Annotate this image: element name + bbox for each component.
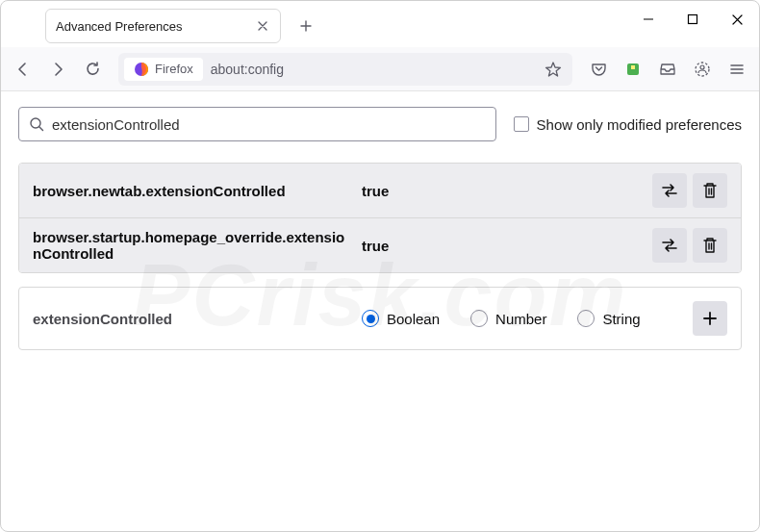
svg-rect-0 [689,15,697,24]
search-input[interactable] [52,116,486,133]
minimize-button[interactable] [626,1,671,38]
forward-button[interactable] [41,53,74,86]
pref-row: browser.newtab.extensionControlled true [19,164,741,217]
add-pref-row: extensionControlled Boolean Number Strin… [19,288,741,349]
search-row: Show only modified preferences [18,107,742,141]
pref-value: true [362,238,641,254]
content-area: Show only modified preferences browser.n… [1,91,759,366]
add-pref-container: extensionControlled Boolean Number Strin… [18,287,742,350]
radio-boolean[interactable]: Boolean [362,310,440,327]
inbox-icon[interactable] [651,53,684,86]
pref-actions [652,228,727,263]
url-text: about:config [211,62,532,77]
toggle-button[interactable] [652,173,687,208]
show-modified-checkbox[interactable]: Show only modified preferences [514,116,742,133]
checkbox-label: Show only modified preferences [537,116,742,133]
type-radio-group: Boolean Number String [362,310,681,327]
firefox-logo-icon [134,62,149,77]
svg-point-6 [31,118,40,128]
search-box[interactable] [18,107,496,141]
toggle-button[interactable] [652,228,687,263]
add-button[interactable] [693,301,727,336]
back-button[interactable] [7,53,39,86]
profile-icon[interactable] [686,53,719,86]
radio-icon [470,310,488,327]
reload-button[interactable] [76,53,109,86]
pref-name: browser.newtab.extensionControlled [33,183,350,199]
search-icon [29,116,44,132]
preferences-table: browser.newtab.extensionControlled true … [18,163,742,273]
identity-label: Firefox [155,62,193,76]
titlebar: Advanced Preferences [1,1,759,47]
pref-actions [652,173,727,208]
window-controls [626,1,759,38]
toolbar-right-icons [582,53,753,86]
menu-icon[interactable] [721,53,753,86]
pref-value: true [362,183,641,199]
delete-button[interactable] [693,173,727,208]
radio-icon [362,310,379,327]
browser-tab[interactable]: Advanced Preferences [45,9,281,43]
close-window-button[interactable] [715,1,759,38]
tab-title: Advanced Preferences [56,19,245,34]
identity-box[interactable]: Firefox [124,58,203,81]
bookmark-star-icon[interactable] [540,56,567,83]
pocket-icon[interactable] [582,53,615,86]
svg-point-5 [700,65,704,69]
svg-rect-3 [631,65,635,69]
checkbox-icon [514,116,529,132]
radio-string[interactable]: String [577,310,640,327]
delete-button[interactable] [693,228,727,263]
radio-number[interactable]: Number [470,310,546,327]
address-bar[interactable]: Firefox about:config [118,53,572,86]
new-tab-button[interactable] [292,13,319,39]
close-tab-icon[interactable] [255,18,270,34]
pref-row: browser.startup.homepage_override.extens… [19,217,741,272]
maximize-button[interactable] [671,1,715,38]
radio-icon [577,310,595,327]
extension-icon[interactable] [617,53,649,86]
toolbar: Firefox about:config [1,47,759,91]
add-pref-name: extensionControlled [33,311,350,327]
pref-name: browser.startup.homepage_override.extens… [33,229,350,262]
